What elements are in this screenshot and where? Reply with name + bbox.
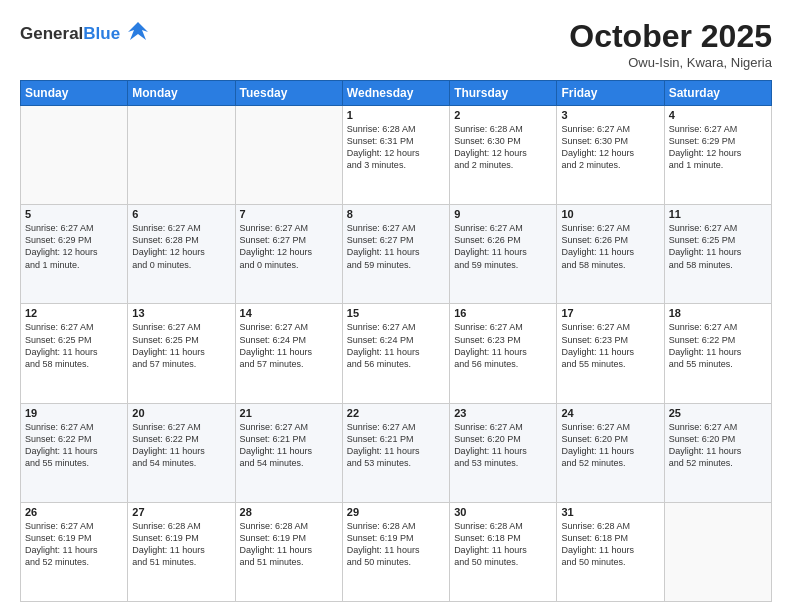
day-info: Sunrise: 6:27 AM Sunset: 6:20 PM Dayligh… [669,421,767,470]
day-number: 7 [240,208,338,220]
weekday-friday: Friday [557,81,664,106]
calendar-cell: 7Sunrise: 6:27 AM Sunset: 6:27 PM Daylig… [235,205,342,304]
day-info: Sunrise: 6:27 AM Sunset: 6:21 PM Dayligh… [347,421,445,470]
day-info: Sunrise: 6:28 AM Sunset: 6:19 PM Dayligh… [347,520,445,569]
weekday-wednesday: Wednesday [342,81,449,106]
calendar-cell: 28Sunrise: 6:28 AM Sunset: 6:19 PM Dayli… [235,502,342,601]
calendar-cell: 12Sunrise: 6:27 AM Sunset: 6:25 PM Dayli… [21,304,128,403]
calendar-cell: 26Sunrise: 6:27 AM Sunset: 6:19 PM Dayli… [21,502,128,601]
calendar-cell: 30Sunrise: 6:28 AM Sunset: 6:18 PM Dayli… [450,502,557,601]
calendar-cell: 2Sunrise: 6:28 AM Sunset: 6:30 PM Daylig… [450,106,557,205]
day-info: Sunrise: 6:27 AM Sunset: 6:28 PM Dayligh… [132,222,230,271]
weekday-header-row: SundayMondayTuesdayWednesdayThursdayFrid… [21,81,772,106]
calendar-cell: 19Sunrise: 6:27 AM Sunset: 6:22 PM Dayli… [21,403,128,502]
calendar-cell: 14Sunrise: 6:27 AM Sunset: 6:24 PM Dayli… [235,304,342,403]
day-info: Sunrise: 6:27 AM Sunset: 6:23 PM Dayligh… [561,321,659,370]
day-number: 25 [669,407,767,419]
day-number: 1 [347,109,445,121]
calendar-cell: 24Sunrise: 6:27 AM Sunset: 6:20 PM Dayli… [557,403,664,502]
day-number: 31 [561,506,659,518]
day-number: 29 [347,506,445,518]
weekday-tuesday: Tuesday [235,81,342,106]
day-number: 20 [132,407,230,419]
day-info: Sunrise: 6:27 AM Sunset: 6:19 PM Dayligh… [25,520,123,569]
weekday-thursday: Thursday [450,81,557,106]
calendar-cell: 21Sunrise: 6:27 AM Sunset: 6:21 PM Dayli… [235,403,342,502]
day-info: Sunrise: 6:27 AM Sunset: 6:30 PM Dayligh… [561,123,659,172]
day-info: Sunrise: 6:27 AM Sunset: 6:22 PM Dayligh… [132,421,230,470]
weekday-saturday: Saturday [664,81,771,106]
day-number: 19 [25,407,123,419]
calendar-week-2: 5Sunrise: 6:27 AM Sunset: 6:29 PM Daylig… [21,205,772,304]
day-info: Sunrise: 6:27 AM Sunset: 6:29 PM Dayligh… [669,123,767,172]
calendar-cell: 18Sunrise: 6:27 AM Sunset: 6:22 PM Dayli… [664,304,771,403]
logo-blue: Blue [83,24,120,43]
day-number: 22 [347,407,445,419]
calendar-cell: 9Sunrise: 6:27 AM Sunset: 6:26 PM Daylig… [450,205,557,304]
calendar-cell: 22Sunrise: 6:27 AM Sunset: 6:21 PM Dayli… [342,403,449,502]
logo: GeneralBlue [20,18,152,49]
day-info: Sunrise: 6:27 AM Sunset: 6:24 PM Dayligh… [347,321,445,370]
title-block: October 2025 Owu-Isin, Kwara, Nigeria [569,18,772,70]
calendar-cell: 16Sunrise: 6:27 AM Sunset: 6:23 PM Dayli… [450,304,557,403]
day-info: Sunrise: 6:28 AM Sunset: 6:31 PM Dayligh… [347,123,445,172]
day-number: 30 [454,506,552,518]
day-info: Sunrise: 6:28 AM Sunset: 6:19 PM Dayligh… [240,520,338,569]
day-info: Sunrise: 6:28 AM Sunset: 6:18 PM Dayligh… [454,520,552,569]
page-header: GeneralBlue October 2025 Owu-Isin, Kwara… [20,18,772,70]
calendar-cell: 23Sunrise: 6:27 AM Sunset: 6:20 PM Dayli… [450,403,557,502]
day-info: Sunrise: 6:27 AM Sunset: 6:23 PM Dayligh… [454,321,552,370]
day-number: 6 [132,208,230,220]
day-number: 9 [454,208,552,220]
calendar-cell: 15Sunrise: 6:27 AM Sunset: 6:24 PM Dayli… [342,304,449,403]
day-number: 28 [240,506,338,518]
day-number: 12 [25,307,123,319]
day-info: Sunrise: 6:27 AM Sunset: 6:24 PM Dayligh… [240,321,338,370]
day-number: 18 [669,307,767,319]
month-title: October 2025 [569,18,772,55]
day-info: Sunrise: 6:27 AM Sunset: 6:20 PM Dayligh… [454,421,552,470]
day-info: Sunrise: 6:27 AM Sunset: 6:26 PM Dayligh… [454,222,552,271]
calendar-cell: 27Sunrise: 6:28 AM Sunset: 6:19 PM Dayli… [128,502,235,601]
calendar-cell [128,106,235,205]
day-number: 21 [240,407,338,419]
day-number: 26 [25,506,123,518]
day-number: 10 [561,208,659,220]
calendar-cell: 31Sunrise: 6:28 AM Sunset: 6:18 PM Dayli… [557,502,664,601]
day-info: Sunrise: 6:27 AM Sunset: 6:21 PM Dayligh… [240,421,338,470]
day-number: 2 [454,109,552,121]
calendar-cell [235,106,342,205]
weekday-monday: Monday [128,81,235,106]
logo-icon [124,18,152,49]
calendar-week-1: 1Sunrise: 6:28 AM Sunset: 6:31 PM Daylig… [21,106,772,205]
day-number: 13 [132,307,230,319]
calendar-cell: 5Sunrise: 6:27 AM Sunset: 6:29 PM Daylig… [21,205,128,304]
calendar-cell: 13Sunrise: 6:27 AM Sunset: 6:25 PM Dayli… [128,304,235,403]
day-info: Sunrise: 6:27 AM Sunset: 6:22 PM Dayligh… [25,421,123,470]
day-number: 23 [454,407,552,419]
calendar-cell: 20Sunrise: 6:27 AM Sunset: 6:22 PM Dayli… [128,403,235,502]
calendar-cell: 29Sunrise: 6:28 AM Sunset: 6:19 PM Dayli… [342,502,449,601]
day-number: 15 [347,307,445,319]
day-number: 5 [25,208,123,220]
svg-marker-0 [128,22,148,40]
day-info: Sunrise: 6:27 AM Sunset: 6:26 PM Dayligh… [561,222,659,271]
calendar-table: SundayMondayTuesdayWednesdayThursdayFrid… [20,80,772,602]
day-info: Sunrise: 6:27 AM Sunset: 6:20 PM Dayligh… [561,421,659,470]
calendar-cell: 17Sunrise: 6:27 AM Sunset: 6:23 PM Dayli… [557,304,664,403]
day-info: Sunrise: 6:28 AM Sunset: 6:30 PM Dayligh… [454,123,552,172]
day-info: Sunrise: 6:27 AM Sunset: 6:22 PM Dayligh… [669,321,767,370]
calendar-week-5: 26Sunrise: 6:27 AM Sunset: 6:19 PM Dayli… [21,502,772,601]
day-number: 17 [561,307,659,319]
calendar-cell: 1Sunrise: 6:28 AM Sunset: 6:31 PM Daylig… [342,106,449,205]
day-info: Sunrise: 6:27 AM Sunset: 6:25 PM Dayligh… [25,321,123,370]
calendar-cell: 10Sunrise: 6:27 AM Sunset: 6:26 PM Dayli… [557,205,664,304]
logo-general: General [20,24,83,43]
weekday-sunday: Sunday [21,81,128,106]
calendar-cell: 3Sunrise: 6:27 AM Sunset: 6:30 PM Daylig… [557,106,664,205]
day-info: Sunrise: 6:28 AM Sunset: 6:19 PM Dayligh… [132,520,230,569]
calendar-cell: 6Sunrise: 6:27 AM Sunset: 6:28 PM Daylig… [128,205,235,304]
calendar-week-4: 19Sunrise: 6:27 AM Sunset: 6:22 PM Dayli… [21,403,772,502]
day-info: Sunrise: 6:27 AM Sunset: 6:25 PM Dayligh… [132,321,230,370]
day-info: Sunrise: 6:27 AM Sunset: 6:25 PM Dayligh… [669,222,767,271]
